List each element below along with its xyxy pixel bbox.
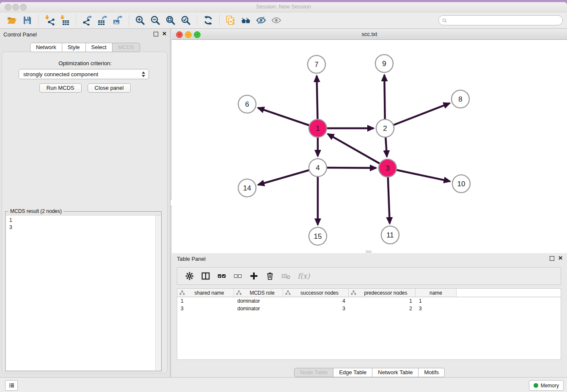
- graph-node-label-9: 9: [382, 60, 386, 68]
- table-cell[interactable]: 3: [416, 306, 457, 312]
- column-header-MCDS-role[interactable]: MCDS role: [234, 289, 283, 297]
- table-cell[interactable]: 2: [349, 306, 416, 312]
- table-header-row: shared nameMCDS rolesuccessor nodesprede…: [177, 289, 561, 297]
- tree-icon: [236, 290, 242, 295]
- tab-motifs[interactable]: Motifs: [418, 368, 445, 377]
- import-network-icon[interactable]: [44, 15, 55, 25]
- toolbar-separator: [197, 15, 197, 26]
- zoom-selected-icon[interactable]: [181, 15, 191, 25]
- table-cell[interactable]: 3: [283, 306, 349, 312]
- table-cell[interactable]: 4: [283, 298, 349, 305]
- mcds-result-groupbox: MCDS result (2 nodes) 13: [5, 211, 162, 371]
- table-cell[interactable]: 3: [177, 306, 234, 312]
- graph-node-label-6: 6: [245, 100, 249, 108]
- export-image-icon[interactable]: [113, 15, 123, 25]
- column-header-name[interactable]: name: [416, 289, 457, 297]
- network-title: scc.txt: [172, 31, 567, 37]
- edge-2-8[interactable]: [385, 103, 450, 128]
- memory-button[interactable]: Memory: [529, 380, 564, 391]
- table-panel-close-icon[interactable]: ✕: [558, 256, 563, 261]
- task-history-button[interactable]: [5, 380, 18, 391]
- tab-style[interactable]: Style: [62, 43, 86, 52]
- add-column-icon[interactable]: [249, 271, 259, 281]
- control-panel-tabs: NetworkStyleSelectMCDS: [0, 43, 170, 52]
- tab-network-table[interactable]: Network Table: [372, 368, 418, 377]
- table-toolbar: f(x): [177, 267, 561, 285]
- column-header-shared-name[interactable]: shared name: [177, 289, 234, 297]
- table-panel-float-icon[interactable]: [550, 256, 554, 261]
- control-panel: Control Panel ✕ NetworkStyleSelectMCDS O…: [0, 29, 170, 377]
- edge-3-1[interactable]: [328, 134, 388, 168]
- import-table-icon[interactable]: [60, 15, 70, 25]
- zoom-in-icon[interactable]: [135, 15, 145, 25]
- right-side: ✕ – + scc.txt 7968124314101511 Table Pan…: [172, 29, 567, 377]
- save-session-icon[interactable]: [22, 15, 32, 25]
- zoom-out-icon[interactable]: [150, 15, 160, 25]
- search-icon: [442, 18, 447, 23]
- tree-icon: [179, 290, 185, 295]
- table-settings-icon[interactable]: [185, 271, 194, 281]
- zoom-fit-icon[interactable]: [165, 15, 176, 25]
- mcds-result-textarea[interactable]: 13: [6, 215, 161, 370]
- search-box[interactable]: [438, 15, 563, 25]
- column-header-label: shared name: [185, 290, 234, 296]
- deselect-all-rows-icon[interactable]: [233, 271, 242, 281]
- table-cell[interactable]: dominator: [234, 298, 283, 305]
- graph-node-label-11: 11: [386, 231, 394, 239]
- graph-node-label-14: 14: [243, 184, 251, 192]
- graph-node-label-10: 10: [457, 180, 465, 188]
- table-row[interactable]: 1dominator411: [177, 298, 561, 305]
- search-input[interactable]: [449, 17, 562, 24]
- graph-node-label-1: 1: [316, 124, 319, 133]
- column-header-label: name: [416, 290, 456, 296]
- tab-select[interactable]: Select: [85, 43, 113, 52]
- run-mcds-button[interactable]: Run MCDS: [39, 83, 82, 93]
- tree-icon: [285, 290, 291, 295]
- optimization-criterion-dropdown[interactable]: strongly connected component: [19, 69, 149, 79]
- open-session-icon[interactable]: [7, 15, 17, 25]
- tab-edge-table[interactable]: Edge Table: [333, 368, 372, 377]
- tab-mcds[interactable]: MCDS: [112, 43, 140, 52]
- export-network-icon[interactable]: [82, 15, 92, 25]
- column-layout-icon[interactable]: [201, 271, 210, 281]
- tab-network[interactable]: Network: [30, 43, 62, 52]
- column-header-filler: [457, 289, 561, 297]
- column-header-label: MCDS role: [242, 290, 283, 296]
- show-graphics-icon: [271, 15, 281, 25]
- graph-node-label-3: 3: [385, 164, 389, 172]
- edge-1-6[interactable]: [258, 108, 318, 128]
- select-all-rows-icon[interactable]: [217, 271, 226, 281]
- network-home-icon[interactable]: [241, 15, 251, 25]
- main-toolbar: [0, 12, 567, 29]
- control-panel-close-icon[interactable]: ✕: [162, 31, 167, 36]
- table-row[interactable]: 3dominator323: [177, 306, 561, 312]
- refresh-layout-icon[interactable]: [203, 15, 213, 25]
- hide-graphics-icon[interactable]: [256, 15, 266, 25]
- tab-node-table[interactable]: Node Table: [294, 368, 334, 377]
- canvas-resize-handle[interactable]: [366, 251, 372, 253]
- mcds-result-node: 1: [9, 217, 155, 224]
- table-cell[interactable]: 1: [349, 298, 416, 305]
- network-canvas[interactable]: 7968124314101511: [172, 40, 567, 253]
- table-panel-title: Table Panel: [177, 256, 206, 262]
- function-builder-icon: f(x): [297, 272, 310, 280]
- mcds-result-lines: 13: [6, 215, 155, 370]
- edge-3-10[interactable]: [388, 168, 450, 181]
- table-cell[interactable]: dominator: [234, 306, 283, 312]
- toolbar-separator: [76, 15, 76, 26]
- duplicate-network-icon[interactable]: [226, 15, 236, 25]
- app-titlebar: Session: New Session: [0, 2, 567, 12]
- table-cell[interactable]: 1: [177, 298, 234, 305]
- control-panel-float-icon[interactable]: [154, 32, 158, 36]
- toolbar-separator: [38, 15, 39, 26]
- table-cell[interactable]: 1: [416, 298, 457, 305]
- export-table-icon[interactable]: [97, 15, 107, 25]
- delete-column-icon[interactable]: [265, 271, 275, 281]
- column-header-successor-nodes[interactable]: successor nodes: [283, 289, 349, 297]
- app-window: Session: New Session Control Panel ✕ Net…: [0, 2, 567, 392]
- memory-status-icon: [534, 383, 538, 388]
- result-scrollbar[interactable]: [155, 215, 161, 370]
- close-panel-button[interactable]: Close panel: [88, 83, 131, 93]
- list-icon: [8, 382, 15, 389]
- column-header-predecessor-nodes[interactable]: predecessor nodes: [349, 289, 416, 297]
